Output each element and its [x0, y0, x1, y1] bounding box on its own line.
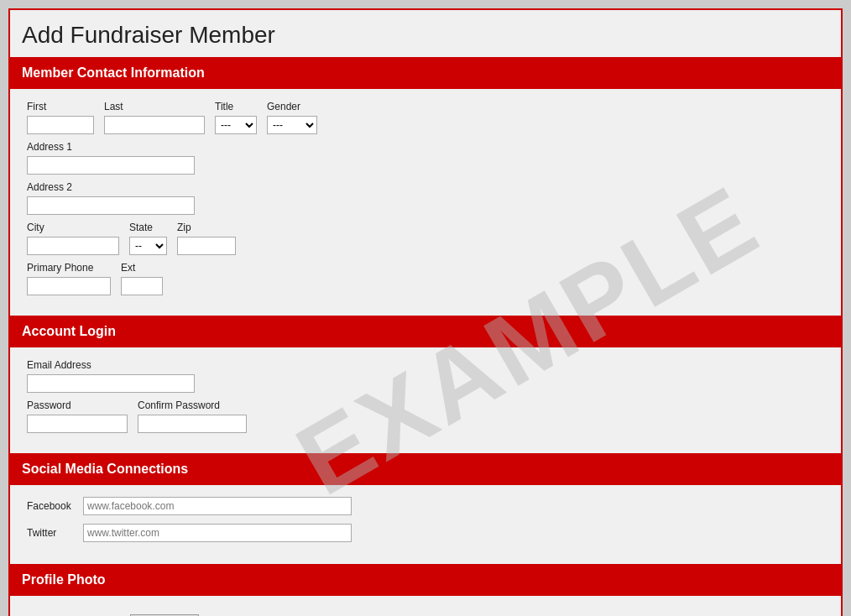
gender-select[interactable]: --- Male Female: [267, 116, 317, 134]
address1-input[interactable]: [27, 156, 195, 175]
address1-row: Address 1: [27, 141, 824, 175]
zip-input[interactable]: [177, 237, 236, 255]
phone-input[interactable]: [27, 277, 111, 295]
page-container: EXAMPLE Add Fundraiser Member Member Con…: [8, 8, 843, 616]
ext-input[interactable]: [121, 277, 163, 295]
login-section-header: Account Login: [10, 316, 841, 347]
address2-field-group: Address 2: [27, 181, 195, 215]
address2-input[interactable]: [27, 196, 195, 215]
zip-field-group: Zip: [177, 222, 236, 255]
first-input[interactable]: [27, 116, 94, 134]
contact-section-header: Member Contact Information: [10, 57, 841, 89]
twitter-input[interactable]: [83, 524, 352, 542]
state-label: State: [129, 222, 167, 233]
city-state-zip-row: City State -- ALAKAZCA COFLGANY TX Zip: [27, 222, 824, 255]
address1-label: Address 1: [27, 141, 195, 153]
city-label: City: [27, 222, 119, 233]
email-field-group: Email Address: [27, 359, 195, 393]
first-label: First: [27, 101, 94, 112]
zip-label: Zip: [177, 222, 236, 233]
ext-field-group: Ext: [121, 262, 163, 295]
login-section-body: Email Address Password Confirm Password: [10, 347, 841, 453]
state-field-group: State -- ALAKAZCA COFLGANY TX: [129, 222, 167, 255]
address1-field-group: Address 1: [27, 141, 195, 175]
first-field-group: First: [27, 101, 94, 134]
twitter-label: Twitter: [27, 527, 73, 539]
password-label: Password: [27, 399, 128, 411]
confirm-label: Confirm Password: [138, 399, 247, 411]
facebook-row: Facebook: [27, 497, 824, 515]
social-section-header: Social Media Connections: [10, 453, 841, 485]
gender-label: Gender: [267, 101, 317, 112]
password-field-group: Password: [27, 399, 128, 433]
title-select[interactable]: --- Mr. Mrs. Ms. Dr.: [215, 116, 257, 134]
phone-field-group: Primary Phone: [27, 262, 111, 295]
email-row: Email Address: [27, 359, 824, 393]
facebook-label: Facebook: [27, 500, 73, 512]
page-title: Add Fundraiser Member: [10, 10, 841, 57]
password-row: Password Confirm Password: [27, 399, 824, 433]
email-input[interactable]: [27, 374, 195, 393]
confirm-field-group: Confirm Password: [138, 399, 247, 433]
last-label: Last: [104, 101, 205, 112]
city-field-group: City: [27, 222, 119, 255]
contact-section-body: First Last Title --- Mr. Mrs. Ms. Dr. Ge…: [10, 89, 841, 316]
last-input[interactable]: [104, 116, 205, 134]
password-input[interactable]: [27, 415, 128, 433]
photo-section-header: Profile Photo: [10, 564, 841, 596]
gender-field-group: Gender --- Male Female: [267, 101, 317, 134]
city-input[interactable]: [27, 237, 119, 255]
address2-row: Address 2: [27, 181, 824, 215]
title-field-group: Title --- Mr. Mrs. Ms. Dr.: [215, 101, 257, 134]
name-row: First Last Title --- Mr. Mrs. Ms. Dr. Ge…: [27, 101, 824, 134]
state-select[interactable]: -- ALAKAZCA COFLGANY TX: [129, 237, 167, 255]
social-section-body: Facebook Twitter: [10, 485, 841, 564]
twitter-row: Twitter: [27, 524, 824, 542]
last-field-group: Last: [104, 101, 205, 134]
confirm-input[interactable]: [138, 415, 247, 433]
phone-label: Primary Phone: [27, 262, 111, 274]
phone-row: Primary Phone Ext: [27, 262, 824, 295]
title-label: Title: [215, 101, 257, 112]
photo-section-body: Upload Profile Photo: Choose File No fil…: [10, 596, 841, 616]
address2-label: Address 2: [27, 181, 195, 193]
email-label: Email Address: [27, 359, 195, 371]
facebook-input[interactable]: [83, 497, 352, 515]
ext-label: Ext: [121, 262, 163, 274]
